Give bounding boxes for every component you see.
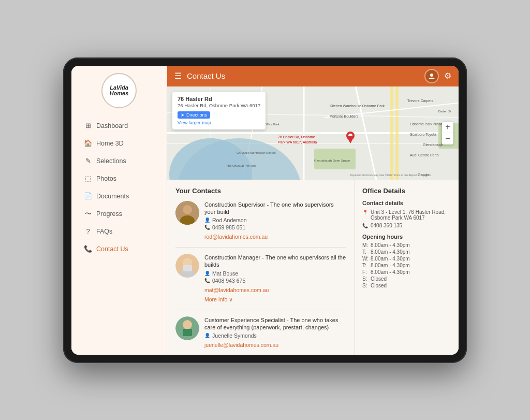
contact-name-2: 👤 Mat Bouse [204, 270, 346, 277]
svg-text:Portside Boulders: Portside Boulders [330, 114, 359, 118]
photos-icon: ⬚ [84, 175, 92, 183]
hours-time: 8.00am - 4.30pm [371, 242, 410, 248]
svg-text:Baden St: Baden St [438, 110, 451, 113]
sidebar-item-documents[interactable]: 📄 Documents [78, 188, 160, 205]
contact-role-3: Customer Experience Specialist - The one… [204, 316, 346, 331]
faqs-icon: ? [84, 227, 92, 236]
hours-row: S:Closed [362, 276, 451, 282]
contact-info-1: Construction Supervisor - The one who su… [204, 201, 346, 241]
contact-phone-2: 📞 0408 943 675 [204, 278, 346, 284]
svg-point-0 [430, 74, 433, 77]
gear-icon[interactable]: ⚙ [444, 71, 451, 81]
hours-time: Closed [371, 283, 387, 288]
directions-button[interactable]: ➤ Directions [178, 111, 210, 119]
person-icon-2: 👤 [204, 271, 210, 276]
sidebar-label-progress: Progress [96, 210, 122, 218]
svg-text:Trevors Carpets: Trevors Carpets [407, 99, 433, 103]
svg-text:Glendalough Open Space: Glendalough Open Space [314, 159, 350, 162]
hours-time: Closed [371, 276, 387, 282]
svg-point-36 [183, 205, 192, 214]
contacts-title: Your Contacts [175, 187, 346, 195]
svg-text:Kitchen Warehouse Osborne Park: Kitchen Warehouse Osborne Park [330, 104, 385, 108]
sidebar-item-home3d[interactable]: 🏠 Home 3D [78, 135, 160, 152]
contact-email-1[interactable]: rod@lavidahomes.com.au [204, 231, 346, 241]
progress-icon: 〜 [84, 210, 92, 218]
sidebar-item-progress[interactable]: 〜 Progress [78, 206, 160, 222]
hours-time: 8.00am - 4.30pm [371, 269, 410, 275]
map-area: Trevors Carpets Baden St Osborne Park Ni… [167, 86, 459, 180]
location-icon: 📍 [362, 210, 368, 215]
more-info-button-2[interactable]: More Info ∨ [204, 296, 233, 302]
sidebar-item-dashboard[interactable]: ⊞ Dashboard [78, 118, 160, 134]
hours-row: S:Closed [362, 283, 451, 288]
hours-row: F:8.00am - 4.30pm [362, 269, 451, 275]
sidebar-label-home3d: Home 3D [96, 140, 124, 147]
contact-avatar-1 [175, 201, 199, 225]
office-section: Office Details Contact details 📍 Unit 3 … [355, 180, 459, 355]
office-phone: 0408 360 135 [371, 223, 402, 228]
sidebar-item-contactus[interactable]: 📞 Contact Us [78, 241, 160, 257]
map-zoom-controls: + − [442, 122, 453, 144]
svg-text:Keyboard shortcuts  Map data ©: Keyboard shortcuts Map data ©2022 Terms … [350, 173, 431, 177]
sidebar: LaVida Homes ⊞ Dashboard 🏠 Home 3D ✎ Sel… [71, 66, 167, 355]
user-avatar[interactable] [424, 69, 439, 83]
sidebar-label-photos: Photos [96, 175, 116, 182]
svg-text:Scarboro Toyota: Scarboro Toyota [410, 133, 436, 137]
sidebar-nav: ⊞ Dashboard 🏠 Home 3D ✎ Selections ⬚ Pho… [71, 118, 167, 258]
map-info-card: 76 Hasler Rd 76 Hasler Rd, Osborne Park … [172, 92, 266, 129]
logo-text: LaVida Homes [102, 85, 136, 96]
hours-day: S: [362, 283, 371, 288]
contact-role-2: Construction Manager - The one who super… [204, 254, 346, 269]
logo: LaVida Homes [101, 73, 137, 108]
contacts-section: Your Contacts Construction Supervisor - … [167, 180, 355, 355]
menu-icon[interactable]: ☰ [174, 71, 182, 81]
hours-row: W:8.00am - 4.30pm [362, 256, 451, 262]
contact-email-3[interactable]: juenelle@lavidahomes.com.au [204, 340, 346, 349]
contact-card-2: Construction Manager - The one who super… [175, 254, 346, 310]
zoom-in-button[interactable]: + [442, 122, 453, 133]
sidebar-item-faqs[interactable]: ? FAQs [78, 223, 160, 240]
sidebar-item-selections[interactable]: ✎ Selections [78, 153, 160, 169]
zoom-out-button[interactable]: − [442, 133, 453, 144]
office-phone-icon: 📞 [362, 223, 368, 228]
hours-day: W: [362, 256, 371, 262]
svg-point-43 [183, 320, 192, 329]
sidebar-label-contactus: Contact Us [96, 245, 128, 253]
view-larger-map[interactable]: View larger map [178, 120, 260, 125]
person-icon-3: 👤 [204, 333, 210, 338]
svg-text:76 Hasler Rd, Osborne: 76 Hasler Rd, Osborne [278, 135, 315, 139]
svg-text:Chrysalis Montessori School: Chrysalis Montessori School [237, 151, 276, 154]
hours-day: M: [362, 242, 371, 248]
page-title: Contact Us [187, 71, 419, 80]
content-area: Your Contacts Construction Supervisor - … [167, 180, 459, 355]
sidebar-item-photos[interactable]: ⬚ Photos [78, 170, 160, 187]
map-address-sub: 76 Hasler Rd, Osborne Park WA 6017 [178, 103, 260, 108]
hours-time: 8.00am - 4.30pm [371, 256, 410, 262]
sidebar-label-selections: Selections [96, 157, 126, 165]
sidebar-label-documents: Documents [96, 193, 129, 200]
contact-info-3: Customer Experience Specialist - The one… [204, 316, 346, 350]
svg-rect-44 [183, 329, 192, 336]
office-title: Office Details [362, 187, 451, 195]
contact-card-3: Customer Experience Specialist - The one… [175, 316, 346, 355]
contact-name-1: 👤 Rod Anderson [204, 217, 346, 223]
contact-avatar-3 [175, 316, 199, 340]
person-icon: 👤 [204, 218, 210, 223]
phone-icon-2: 📞 [204, 278, 210, 283]
hours-rows: M:8.00am - 4.30pmT:8.00am - 4.30pmW:8.00… [362, 242, 451, 288]
phone-icon: 📞 [204, 225, 210, 230]
hours-section: Opening hours M:8.00am - 4.30pmT:8.00am … [362, 234, 451, 288]
contact-avatar-2 [175, 254, 199, 278]
hours-day: F: [362, 269, 371, 275]
svg-text:Audi Centre Perth: Audi Centre Perth [410, 153, 439, 157]
svg-text:The Unusual Pet Vets: The Unusual Pet Vets [226, 164, 256, 167]
hours-time: 8.00am - 4.30pm [371, 263, 410, 268]
hours-day: T: [362, 263, 371, 268]
hours-day: T: [362, 249, 371, 255]
map-address-title: 76 Hasler Rd [178, 96, 260, 102]
svg-text:Osborne Park Nissan: Osborne Park Nissan [410, 122, 445, 126]
contact-phone-1: 📞 0459 985 051 [204, 224, 346, 230]
contact-card-1: Construction Supervisor - The one who su… [175, 201, 346, 248]
sidebar-label-dashboard: Dashboard [96, 122, 128, 129]
contact-email-2[interactable]: mat@lavidahomes.com.au [204, 285, 346, 294]
